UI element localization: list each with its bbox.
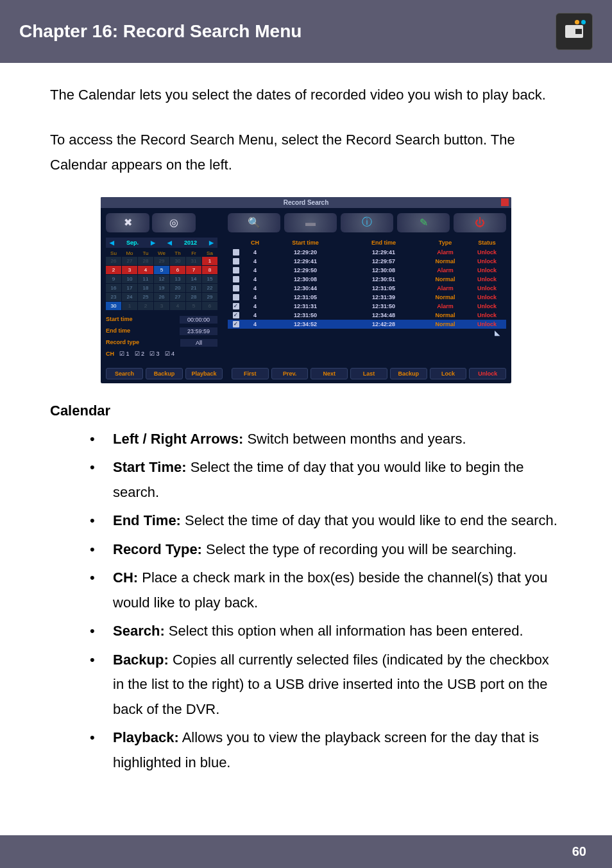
- month-left-arrow-icon[interactable]: ◀: [110, 239, 114, 246]
- ss-rtab-tools-icon[interactable]: ✎: [397, 213, 450, 232]
- calendar-day[interactable]: 20: [170, 284, 185, 292]
- ch-checkbox[interactable]: ☑ 2: [135, 351, 145, 357]
- calendar-day[interactable]: 3: [122, 266, 137, 274]
- row-checkbox[interactable]: [233, 276, 239, 282]
- calendar-day[interactable]: 13: [170, 275, 185, 283]
- row-checkbox[interactable]: [233, 267, 239, 273]
- calendar-day[interactable]: 27: [170, 293, 185, 301]
- ss-tab-tools-icon[interactable]: ✖: [106, 213, 149, 232]
- calendar-dow: Mo: [122, 250, 137, 256]
- next-button[interactable]: Next: [310, 368, 348, 379]
- ch-checkbox[interactable]: ☑ 1: [119, 351, 130, 357]
- row-checkbox[interactable]: ✓: [233, 312, 239, 318]
- year-left-arrow-icon[interactable]: ◀: [167, 239, 172, 246]
- scroll-indicator-icon[interactable]: ◣: [228, 329, 506, 337]
- calendar-day[interactable]: 19: [154, 284, 169, 292]
- calendar-day[interactable]: 7: [186, 266, 201, 274]
- ch-checkbox[interactable]: ☑ 4: [165, 351, 175, 357]
- backup-button[interactable]: Backup: [390, 368, 427, 379]
- table-cell: 12:34:52: [266, 321, 344, 327]
- table-row[interactable]: 412:31:0512:31:39NormalUnlock: [228, 293, 506, 302]
- row-checkbox[interactable]: [233, 258, 239, 265]
- ss-rtab-hdd-icon[interactable]: ▬: [284, 213, 337, 232]
- calendar-day[interactable]: 31: [186, 257, 201, 265]
- month-right-arrow-icon[interactable]: ▶: [151, 239, 155, 246]
- backup-button[interactable]: Backup: [146, 368, 183, 379]
- ss-tab-target-icon[interactable]: ◎: [152, 213, 196, 232]
- table-row[interactable]: 412:29:5012:30:08AlarmUnlock: [228, 266, 506, 275]
- unlock-button[interactable]: Unlock: [469, 368, 506, 379]
- search-button[interactable]: Search: [106, 368, 143, 379]
- calendar-day[interactable]: 22: [202, 284, 217, 292]
- calendar-day[interactable]: 1: [122, 302, 137, 310]
- close-icon[interactable]: [501, 198, 509, 206]
- row-checkbox[interactable]: ✓: [233, 321, 239, 327]
- bullet-item: Start Time: Select the time of day that …: [90, 455, 562, 505]
- calendar-day[interactable]: 17: [122, 284, 137, 292]
- ch-checkbox[interactable]: ☑ 3: [149, 351, 160, 357]
- ss-rtab-power-icon[interactable]: ⏻: [454, 213, 506, 232]
- table-row[interactable]: ✓412:31:5012:34:48NormalUnlock: [228, 311, 506, 320]
- calendar-day[interactable]: 26: [154, 293, 169, 301]
- calendar-day[interactable]: 5: [154, 266, 169, 274]
- calendar-dow: Su: [106, 250, 121, 256]
- calendar-day[interactable]: 29: [154, 257, 169, 265]
- row-checkbox[interactable]: [233, 285, 239, 291]
- calendar-day[interactable]: 12: [154, 275, 169, 283]
- playback-button[interactable]: Playback: [185, 368, 223, 379]
- table-cell-status: Unlock: [468, 294, 506, 300]
- last-button[interactable]: Last: [350, 368, 387, 379]
- row-checkbox[interactable]: [233, 294, 239, 300]
- calendar-day[interactable]: 3: [154, 302, 169, 310]
- record-type-value[interactable]: All: [180, 339, 217, 347]
- table-row[interactable]: 412:30:0812:30:51NormalUnlock: [228, 275, 506, 284]
- table-row[interactable]: 412:29:4112:29:57NormalUnlock: [228, 257, 506, 266]
- table-row[interactable]: 412:29:2012:29:41AlarmUnlock: [228, 248, 506, 257]
- calendar-day[interactable]: 11: [138, 275, 153, 283]
- first-button[interactable]: First: [232, 368, 269, 379]
- calendar-day[interactable]: 10: [122, 275, 137, 283]
- table-row[interactable]: ✓412:34:5212:42:28NormalUnlock: [228, 320, 506, 329]
- calendar-day[interactable]: 28: [138, 257, 153, 265]
- table-cell: 12:29:41: [344, 249, 423, 256]
- year-right-arrow-icon[interactable]: ▶: [209, 239, 214, 246]
- table-cell: 12:31:50: [344, 303, 423, 309]
- bullet-label: End Time:: [113, 512, 181, 528]
- calendar-day[interactable]: 4: [138, 266, 153, 274]
- calendar-day[interactable]: 2: [106, 266, 121, 274]
- calendar-day[interactable]: 25: [138, 293, 153, 301]
- calendar-day[interactable]: 24: [122, 293, 137, 301]
- calendar-day[interactable]: 29: [202, 293, 217, 301]
- bullet-item: Search: Select this option when all info…: [90, 619, 562, 644]
- calendar-day[interactable]: 23: [106, 293, 121, 301]
- calendar-day[interactable]: 28: [186, 293, 201, 301]
- calendar-day[interactable]: 15: [202, 275, 217, 283]
- table-row[interactable]: 412:30:4412:31:05AlarmUnlock: [228, 284, 506, 293]
- calendar-day[interactable]: 6: [170, 266, 185, 274]
- ss-rtab-search-icon[interactable]: 🔍: [228, 213, 280, 232]
- calendar-day[interactable]: 9: [106, 275, 121, 283]
- calendar-day[interactable]: 27: [122, 257, 137, 265]
- calendar-day[interactable]: 4: [170, 302, 185, 310]
- calendar-day[interactable]: 30: [170, 257, 185, 265]
- ss-rtab-info-icon[interactable]: ⓘ: [341, 213, 393, 232]
- start-time-value[interactable]: 00:00:00: [180, 316, 217, 324]
- row-checkbox[interactable]: ✓: [233, 303, 239, 309]
- row-checkbox[interactable]: [233, 249, 239, 256]
- ss-title: Record Search: [284, 199, 329, 206]
- calendar-day[interactable]: 1: [202, 257, 217, 265]
- end-time-value[interactable]: 23:59:59: [180, 327, 217, 335]
- calendar-day[interactable]: 5: [186, 302, 201, 310]
- calendar-day[interactable]: 14: [186, 275, 201, 283]
- calendar-day[interactable]: 8: [202, 266, 217, 274]
- calendar-day[interactable]: 16: [106, 284, 121, 292]
- prev-button[interactable]: Prev.: [271, 368, 309, 379]
- table-row[interactable]: ✓412:31:3112:31:50AlarmUnlock: [228, 302, 506, 311]
- calendar-day[interactable]: 26: [106, 257, 121, 265]
- calendar-day[interactable]: 2: [138, 302, 153, 310]
- calendar-day[interactable]: 6: [202, 302, 217, 310]
- calendar-day[interactable]: 30: [106, 302, 121, 310]
- lock-button[interactable]: Lock: [430, 368, 467, 379]
- calendar-day[interactable]: 18: [138, 284, 153, 292]
- calendar-day[interactable]: 21: [186, 284, 201, 292]
